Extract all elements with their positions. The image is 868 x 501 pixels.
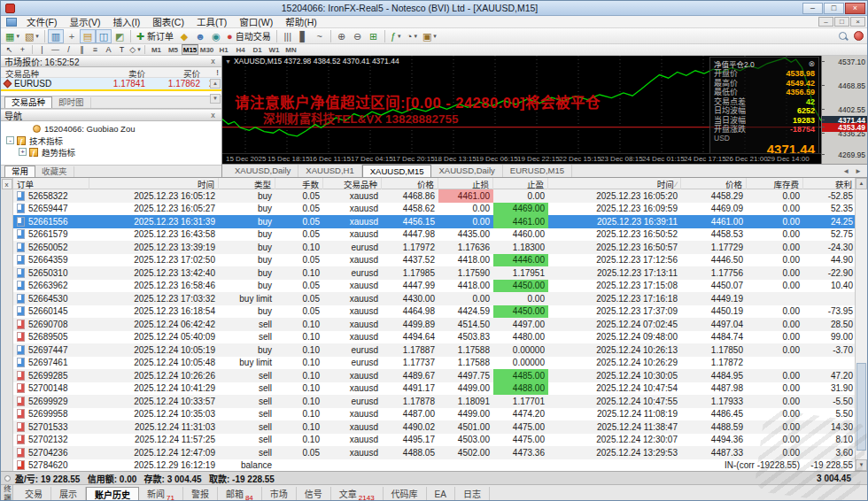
navigator-item-1[interactable]: -ƒ技术指标 xyxy=(1,135,221,146)
templates-button[interactable]: ▣▾ xyxy=(420,29,439,43)
zoom-out-button[interactable]: ⊖ xyxy=(350,29,366,43)
chart-tab-1[interactable]: XAUUSD,H1 xyxy=(298,165,361,177)
search-icon[interactable] xyxy=(838,31,849,42)
scrollbar-up-icon[interactable]: ▲ xyxy=(856,178,867,189)
orders-col-7[interactable]: 止盈 xyxy=(493,178,548,190)
market-watch-header[interactable]: 市场报价: 16:52:52 x xyxy=(1,56,221,67)
order-row[interactable]: 526999292025.12.24 10:33:57sell0.10eurus… xyxy=(13,395,855,408)
trendline-tool[interactable]: / xyxy=(62,44,75,55)
new-order-button[interactable]: ✚新订单 xyxy=(134,29,176,43)
terminal-tab-4[interactable]: 警报 xyxy=(183,487,218,501)
menu-item-1[interactable]: 显示(V) xyxy=(63,16,106,28)
label-tool[interactable]: T xyxy=(115,44,128,55)
tile-windows-button[interactable]: ⊞ xyxy=(366,29,382,43)
chart-tab-4[interactable]: EURUSD,M15 xyxy=(503,165,572,177)
terminal-tab-9[interactable]: 代码库 xyxy=(384,487,427,501)
order-row[interactable]: 526639622025.12.23 16:58:46buy0.05xauusd… xyxy=(13,280,855,293)
orders-col-2[interactable]: 类型 xyxy=(219,178,275,190)
expert-advisors-button[interactable]: ☻ xyxy=(192,29,208,43)
timeframe-m5-button[interactable]: M5 xyxy=(165,44,182,55)
scrollbar-down-icon[interactable]: ▼ xyxy=(856,459,867,471)
order-row[interactable]: 527042362025.12.24 12:47:09sell0.05xauus… xyxy=(13,446,855,459)
indicators-button[interactable]: ƒ▾ xyxy=(388,29,404,43)
order-row[interactable]: 527001482025.12.24 10:41:29sell0.10xauus… xyxy=(13,382,855,396)
orders-col-3[interactable]: 手数 xyxy=(275,178,323,190)
chart-restore-button[interactable]: □ xyxy=(834,17,849,27)
order-row[interactable]: 526503102025.12.23 13:42:40buy0.10eurusd… xyxy=(13,266,855,280)
navigator-close-icon[interactable]: x xyxy=(208,111,218,119)
timeframe-m1-button[interactable]: M1 xyxy=(148,44,165,55)
community-button[interactable]: ◉ xyxy=(208,29,224,43)
orders-col-1[interactable]: 时间 xyxy=(89,178,219,190)
market-watch-close-icon[interactable]: x xyxy=(208,57,218,66)
expand-icon[interactable]: + xyxy=(19,148,27,156)
terminal-tab-8[interactable]: 文章2143 xyxy=(331,487,384,501)
cursor-tool[interactable]: ↖ xyxy=(3,44,16,55)
order-row[interactable]: 526895052025.12.24 05:40:09sell0.10xauus… xyxy=(13,331,855,344)
time-axis[interactable]: 15 Dec 202515 Dec 18:1516 Dec 11:1517 De… xyxy=(222,153,821,164)
chart-minimize-button[interactable]: – xyxy=(818,17,833,27)
chart-plot-area[interactable]: ▼ XAUUSD,M15 4372.98 4384.52 4370.41 437… xyxy=(222,56,821,153)
terminal-tab-11[interactable]: 日志 xyxy=(455,487,490,501)
window-minimize-button[interactable]: – xyxy=(802,3,823,14)
order-row[interactable]: 526615792025.12.23 16:43:58buy0.05xauusd… xyxy=(13,228,855,242)
scroll-up-icon[interactable]: ▲ xyxy=(210,79,221,89)
chart-tab-3[interactable]: XAUUSD,Daily xyxy=(431,165,502,177)
order-row[interactable]: 526500522025.12.23 13:39:19buy0.10eurusd… xyxy=(13,241,855,254)
terminal-button[interactable]: ◫ xyxy=(96,29,112,43)
terminal-tab-10[interactable]: EA xyxy=(427,487,455,501)
order-row[interactable]: 526999582025.12.24 10:35:03sell0.10xauus… xyxy=(13,408,855,421)
collapse-icon[interactable]: - xyxy=(6,136,14,144)
arrows-tool[interactable]: ◇▾ xyxy=(128,44,142,55)
timeframe-w1-button[interactable]: W1 xyxy=(266,44,283,55)
notification-icon[interactable] xyxy=(854,31,864,41)
timeframe-m15-button[interactable]: M15 xyxy=(182,44,198,55)
menu-item-5[interactable]: 窗口(W) xyxy=(233,16,279,28)
toolbox-close-icon[interactable]: x xyxy=(2,179,12,189)
timeframe-h4-button[interactable]: H4 xyxy=(232,44,249,55)
order-row[interactable]: 526615562025.12.23 16:31:39buy0.05xauusd… xyxy=(13,215,855,228)
terminal-tab-5[interactable]: 邮箱84 xyxy=(218,487,262,501)
new-chart-button[interactable]: ▦▾ xyxy=(3,29,22,43)
line-chart-mode-button[interactable]: ~ xyxy=(312,29,328,43)
order-row[interactable]: 526601452025.12.23 16:18:54buy0.05xauusd… xyxy=(13,305,855,319)
chart-collapse-icon[interactable]: ▼ xyxy=(225,58,231,65)
timeframe-d1-button[interactable]: D1 xyxy=(249,44,266,55)
order-row[interactable]: 527015332025.12.24 11:31:03sell0.10xauus… xyxy=(13,420,855,434)
market-watch-tab-交易品种[interactable]: 交易品种 xyxy=(4,96,52,108)
order-row[interactable]: 527021322025.12.24 11:57:25sell0.10xauus… xyxy=(13,434,855,447)
fibonacci-tool[interactable]: ≡ xyxy=(89,44,102,55)
order-row[interactable]: 526583222025.12.23 16:05:12buy0.05xauusd… xyxy=(13,189,855,203)
market-watch-row[interactable]: EURUSD1.178411.1786221 xyxy=(1,78,221,89)
chart-close-button[interactable]: × xyxy=(850,17,865,27)
scrollbar-thumb[interactable] xyxy=(856,363,866,451)
periods-button[interactable]: ◔▾ xyxy=(404,29,420,43)
order-row[interactable]: 527846202025.12.29 16:12:19balanceIN-(co… xyxy=(13,459,855,472)
orders-col-8[interactable]: 时间∕ xyxy=(548,178,681,190)
order-row[interactable]: 526643592025.12.23 17:02:50buy0.05xauusd… xyxy=(13,254,855,267)
chart-system-icon[interactable] xyxy=(6,18,17,27)
menu-item-2[interactable]: 插入(I) xyxy=(106,16,146,28)
indicator-close-icon[interactable]: ⊗ xyxy=(808,59,815,68)
terminal-tab-6[interactable]: 市场 xyxy=(262,487,297,501)
profiles-button[interactable]: ▧▾ xyxy=(22,29,42,43)
order-row[interactable]: 526992852025.12.24 10:26:26sell0.10xauus… xyxy=(13,369,855,382)
order-row[interactable]: 526974612025.12.24 10:05:48buy limit0.10… xyxy=(13,357,855,370)
terminal-tab-3[interactable]: 新闻71 xyxy=(139,487,183,501)
strategy-tester-button[interactable]: ◩ xyxy=(112,29,128,43)
orders-col-11[interactable]: 获利 xyxy=(803,178,855,190)
navigator-header[interactable]: 导航 x xyxy=(1,110,221,121)
navigator-item-0[interactable]: 15204066: Guobiao Zou xyxy=(1,123,221,135)
terminal-side-strip[interactable]: 终端 xyxy=(1,485,13,501)
window-close-button[interactable]: × xyxy=(845,3,865,14)
navigator-item-2[interactable]: +ƒ趋势指标 xyxy=(1,146,221,158)
terminal-tab-0[interactable]: 交易 xyxy=(17,487,51,501)
autotrading-button[interactable]: ●自动交易 xyxy=(224,29,274,43)
text-tool[interactable]: A xyxy=(102,44,115,55)
order-row[interactable]: 526974472025.12.24 10:05:19buy0.10eurusd… xyxy=(13,343,855,357)
terminal-tab-7[interactable]: 信号 xyxy=(297,487,331,501)
channel-tool[interactable]: ∥ xyxy=(75,44,89,55)
terminal-tab-1[interactable]: 展示 xyxy=(51,487,86,501)
horizontal-line-tool[interactable]: — xyxy=(49,44,62,55)
orders-col-0[interactable]: 订单 xyxy=(13,178,89,190)
